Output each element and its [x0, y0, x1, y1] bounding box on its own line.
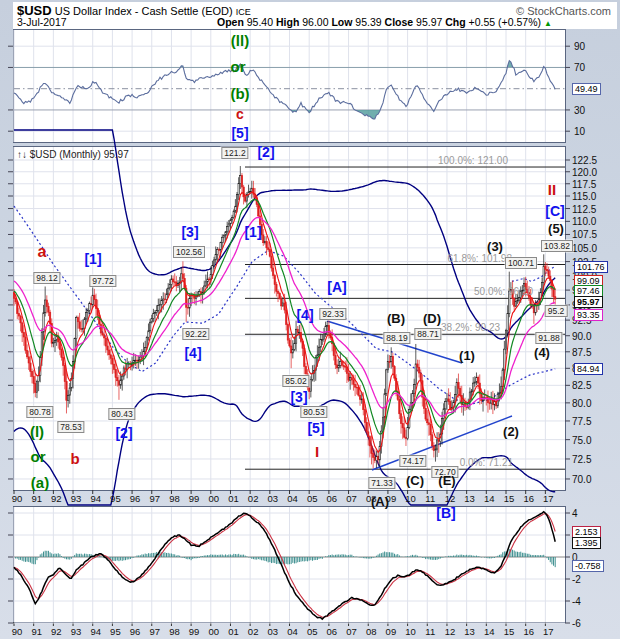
chart-plot-svg — [0, 0, 620, 639]
main-chart-label-text: $USD (Monthly) 95.97 — [30, 149, 129, 160]
stockcharts-chart: $USD US Dollar Index - Cash Settle (EOD)… — [0, 0, 620, 639]
updown-arrows-icon[interactable]: ↑↓ — [17, 149, 27, 160]
main-chart-label: ↑↓ $USD (Monthly) 95.97 — [17, 149, 129, 160]
